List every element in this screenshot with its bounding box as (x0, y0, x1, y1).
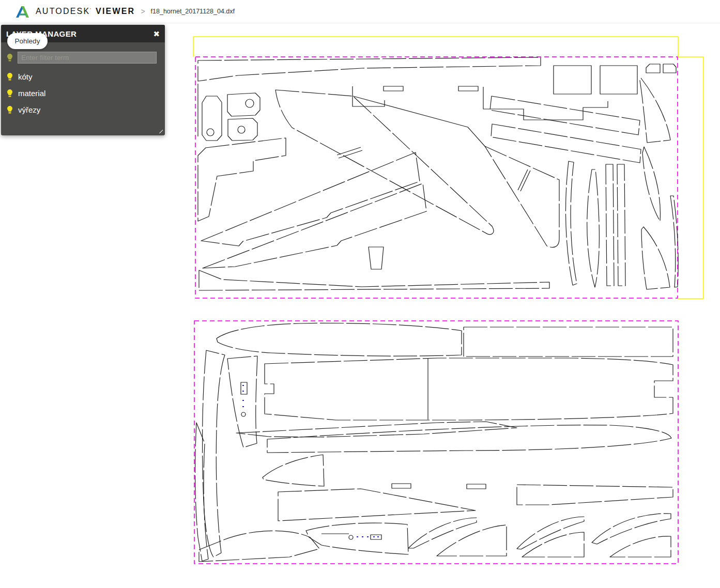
part-outline (554, 66, 591, 94)
part-outline (267, 425, 671, 453)
part-outline (490, 96, 640, 135)
part-outline (485, 146, 559, 247)
layer-row[interactable]: kóty (4, 68, 162, 85)
part-outline (265, 358, 673, 420)
part-outline (600, 66, 637, 94)
layer-filter-input[interactable] (18, 52, 157, 64)
part-outline (198, 138, 286, 221)
views-tooltip: Pohledy (7, 33, 48, 49)
part-outline (606, 164, 614, 286)
part-outline (337, 147, 362, 158)
layer-manager-panel[interactable]: LAYER MANAGER ✖ Pohledy kóty m (1, 25, 165, 135)
breadcrumb-chevron-icon: > (141, 7, 145, 16)
part-outline (384, 86, 403, 91)
bulb-dim-icon (6, 53, 13, 62)
autodesk-logo-icon (16, 5, 29, 19)
sheet-1-boundary (195, 57, 678, 298)
part-outline (371, 535, 381, 539)
part-outline (617, 164, 625, 286)
part-outline (195, 423, 208, 561)
layer-list: kóty material výřezy (4, 68, 162, 118)
part-outline (467, 484, 486, 489)
part-outline (241, 412, 246, 416)
layer-row[interactable]: material (4, 85, 162, 101)
part-outline (227, 93, 260, 116)
part-outline (640, 78, 670, 143)
layer-visibility-bulb-icon[interactable] (6, 72, 13, 81)
part-outline (236, 422, 517, 437)
part-outline (241, 382, 247, 394)
layer-row[interactable]: výřezy (4, 101, 162, 118)
part-outline (263, 455, 324, 486)
marker-ticks (242, 385, 244, 407)
part-outline (369, 247, 384, 269)
layer-visibility-bulb-icon[interactable] (6, 105, 13, 114)
part-outline (491, 124, 641, 163)
part-outline (353, 96, 485, 146)
part-outline (641, 227, 670, 289)
part-outline (517, 485, 673, 505)
layer-label: výřezy (18, 105, 40, 114)
part-outline (642, 147, 660, 221)
brand-trademark: ' (90, 7, 92, 12)
part-outline (565, 161, 577, 285)
part-outline (464, 327, 673, 357)
part-outline (437, 525, 507, 556)
part-outline (458, 86, 478, 91)
layer-filter-row (6, 52, 157, 64)
part-outline (518, 169, 530, 191)
product-text: VIEWER (96, 7, 135, 16)
part-outline (306, 523, 408, 554)
part-outline (392, 484, 411, 488)
panel-resize-handle[interactable] (156, 127, 163, 133)
part-outline (201, 152, 420, 246)
part-outline (238, 126, 245, 133)
part-outline (202, 96, 222, 141)
part-outline (278, 489, 476, 521)
part-outline (610, 536, 671, 557)
brand-text: AUTODESK' (36, 7, 92, 16)
part-outline (228, 118, 257, 141)
part-outline (199, 270, 549, 290)
part-outline (246, 99, 254, 107)
part-outline (198, 57, 541, 81)
part-outline (203, 183, 426, 268)
part-outline (592, 514, 671, 544)
part-outline (408, 518, 477, 548)
part-outline (203, 350, 225, 557)
part-outline (349, 535, 353, 539)
part-outline (646, 64, 660, 73)
part-outline (207, 129, 214, 136)
part-outline (275, 90, 494, 235)
layer-visibility-bulb-icon[interactable] (6, 89, 13, 98)
part-outline (199, 531, 319, 562)
part-outline (663, 64, 676, 73)
part-outline (670, 196, 678, 287)
part-outline (587, 169, 600, 287)
close-icon[interactable]: ✖ (153, 30, 160, 38)
part-outline (483, 87, 608, 120)
part-outline (217, 323, 462, 356)
app-header: AUTODESK' VIEWER > f18_hornet_20171128_0… (0, 0, 720, 23)
layer-label: material (18, 89, 45, 98)
breadcrumb-filename: f18_hornet_20171128_04.dxf (151, 8, 235, 15)
layer-label: kóty (18, 72, 33, 81)
